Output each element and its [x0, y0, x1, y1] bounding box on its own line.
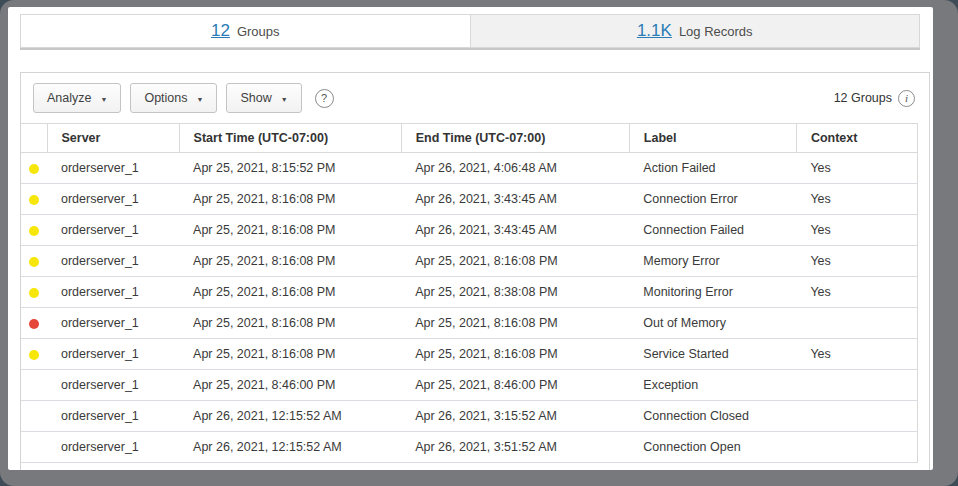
severity-dot-icon: [29, 288, 39, 298]
cell-context: Yes: [796, 339, 917, 370]
table-row[interactable]: orderserver_1 Apr 25, 2021, 8:16:08 PM A…: [21, 277, 918, 308]
cell-context: Yes: [796, 153, 917, 184]
cell-end-time: Apr 26, 2021, 4:06:48 AM: [401, 153, 629, 184]
cell-start-time: Apr 26, 2021, 12:15:52 AM: [179, 401, 401, 432]
help-icon[interactable]: ?: [315, 89, 334, 108]
table-row[interactable]: orderserver_1 Apr 26, 2021, 12:15:52 AM …: [21, 432, 918, 463]
window-frame: 12 Groups 1.1K Log Records Analyze ▼ Opt…: [0, 0, 958, 486]
cell-end-time: Apr 26, 2021, 3:51:52 AM: [401, 432, 629, 463]
show-button-label: Show: [240, 91, 271, 105]
cell-start-time: Apr 25, 2021, 8:16:08 PM: [179, 184, 401, 215]
cell-end-time: Apr 25, 2021, 8:46:00 PM: [401, 370, 629, 401]
column-header-server[interactable]: Server: [47, 124, 179, 153]
cell-label: Service Started: [629, 339, 796, 370]
cell-start-time: Apr 26, 2021, 12:15:52 AM: [179, 432, 401, 463]
cell-server: orderserver_1: [47, 215, 179, 246]
cell-context: Yes: [796, 246, 917, 277]
info-icon-glyph: i: [905, 92, 908, 104]
cell-server: orderserver_1: [47, 153, 179, 184]
cell-label: Connection Failed: [629, 215, 796, 246]
cell-label: Connection Open: [629, 432, 796, 463]
severity-cell: [21, 370, 47, 401]
cell-context: [796, 401, 917, 432]
severity-dot-icon: [29, 319, 39, 329]
severity-cell: [21, 153, 47, 184]
column-header-end-time[interactable]: End Time (UTC-07:00): [401, 124, 629, 153]
severity-dot-icon: [29, 257, 39, 267]
tab-groups[interactable]: 12 Groups: [20, 14, 471, 48]
cell-start-time: Apr 25, 2021, 8:16:08 PM: [179, 277, 401, 308]
log-records-count-link[interactable]: 1.1K: [637, 21, 672, 41]
cell-end-time: Apr 25, 2021, 8:16:08 PM: [401, 246, 629, 277]
table-row[interactable]: orderserver_1 Apr 25, 2021, 8:16:08 PM A…: [21, 215, 918, 246]
chevron-down-icon: ▼: [281, 96, 288, 103]
severity-dot-icon: [29, 164, 39, 174]
severity-cell: [21, 308, 47, 339]
cell-server: orderserver_1: [47, 184, 179, 215]
cell-end-time: Apr 25, 2021, 8:38:08 PM: [401, 277, 629, 308]
cell-server: orderserver_1: [47, 432, 179, 463]
table-row[interactable]: orderserver_1 Apr 25, 2021, 8:16:08 PM A…: [21, 246, 918, 277]
chevron-down-icon: ▼: [100, 96, 107, 103]
cell-start-time: Apr 25, 2021, 8:16:08 PM: [179, 215, 401, 246]
table-row[interactable]: orderserver_1 Apr 25, 2021, 8:16:08 PM A…: [21, 339, 918, 370]
tabstrip: 12 Groups 1.1K Log Records: [20, 14, 920, 50]
cell-start-time: Apr 25, 2021, 8:16:08 PM: [179, 308, 401, 339]
cell-end-time: Apr 26, 2021, 3:15:52 AM: [401, 401, 629, 432]
toolbar: Analyze ▼ Options ▼ Show ▼ ? 12 Groups i: [21, 73, 929, 123]
cell-label: Monitoring Error: [629, 277, 796, 308]
column-header-start-time[interactable]: Start Time (UTC-07:00): [179, 124, 401, 153]
severity-dot-icon: [29, 195, 39, 205]
show-button[interactable]: Show ▼: [226, 83, 301, 113]
cell-label: Exception: [629, 370, 796, 401]
table-row[interactable]: orderserver_1 Apr 25, 2021, 8:16:08 PM A…: [21, 308, 918, 339]
cell-context: Yes: [796, 215, 917, 246]
cell-server: orderserver_1: [47, 401, 179, 432]
table-row[interactable]: orderserver_1 Apr 25, 2021, 8:46:00 PM A…: [21, 370, 918, 401]
table-header-row: Server Start Time (UTC-07:00) End Time (…: [21, 124, 918, 153]
info-icon[interactable]: i: [898, 90, 915, 107]
cell-label: Memory Error: [629, 246, 796, 277]
cell-server: orderserver_1: [47, 246, 179, 277]
column-header-label[interactable]: Label: [629, 124, 796, 153]
column-header-context[interactable]: Context: [796, 124, 917, 153]
log-records-tab-label: Log Records: [679, 24, 753, 39]
cell-start-time: Apr 25, 2021, 8:16:08 PM: [179, 246, 401, 277]
analyze-button[interactable]: Analyze ▼: [33, 83, 121, 113]
cell-label: Connection Error: [629, 184, 796, 215]
cell-context: [796, 432, 917, 463]
severity-cell: [21, 184, 47, 215]
groups-panel: Analyze ▼ Options ▼ Show ▼ ? 12 Groups i: [20, 72, 930, 470]
cell-server: orderserver_1: [47, 308, 179, 339]
severity-cell: [21, 401, 47, 432]
cell-end-time: Apr 25, 2021, 8:16:08 PM: [401, 339, 629, 370]
cell-context: [796, 308, 917, 339]
cell-label: Connection Closed: [629, 401, 796, 432]
tab-log-records[interactable]: 1.1K Log Records: [471, 14, 921, 48]
cell-server: orderserver_1: [47, 370, 179, 401]
column-header-severity: [21, 124, 47, 153]
cell-server: orderserver_1: [47, 339, 179, 370]
cell-context: Yes: [796, 277, 917, 308]
cell-context: Yes: [796, 184, 917, 215]
cell-label: Action Failed: [629, 153, 796, 184]
cell-end-time: Apr 25, 2021, 8:16:08 PM: [401, 308, 629, 339]
severity-cell: [21, 215, 47, 246]
cell-start-time: Apr 25, 2021, 8:15:52 PM: [179, 153, 401, 184]
table-row[interactable]: orderserver_1 Apr 25, 2021, 8:15:52 PM A…: [21, 153, 918, 184]
severity-dot-icon: [29, 226, 39, 236]
cell-server: orderserver_1: [47, 277, 179, 308]
groups-count-link[interactable]: 12: [211, 21, 230, 41]
cell-context: [796, 370, 917, 401]
cell-label: Out of Memory: [629, 308, 796, 339]
cell-end-time: Apr 26, 2021, 3:43:45 AM: [401, 184, 629, 215]
cell-end-time: Apr 26, 2021, 3:43:45 AM: [401, 215, 629, 246]
table-row[interactable]: orderserver_1 Apr 25, 2021, 8:16:08 PM A…: [21, 184, 918, 215]
severity-cell: [21, 432, 47, 463]
table-row[interactable]: orderserver_1 Apr 26, 2021, 12:15:52 AM …: [21, 401, 918, 432]
analyze-button-label: Analyze: [47, 91, 91, 105]
options-button[interactable]: Options ▼: [130, 83, 217, 113]
groups-count-summary: 12 Groups: [834, 91, 892, 105]
severity-cell: [21, 277, 47, 308]
severity-cell: [21, 339, 47, 370]
